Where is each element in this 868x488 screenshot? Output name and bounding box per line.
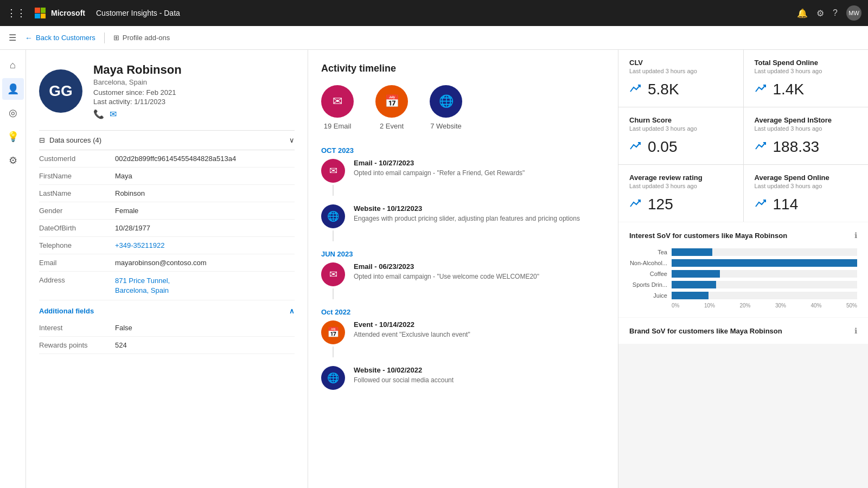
settings-icon[interactable]: ⚙ [816, 8, 824, 18]
metric-clv-updated: Last updated 3 hours ago [629, 68, 732, 74]
bar-label-coffee: Coffee [629, 271, 667, 277]
sidebar-item-home[interactable]: ⌂ [2, 54, 24, 76]
back-arrow-icon: ← [25, 34, 33, 42]
field-interest: Interest False [39, 319, 295, 337]
brand-sov-info-icon[interactable]: ℹ [854, 326, 857, 335]
metric-clv-label: CLV [629, 59, 732, 67]
timeline-month-oct2023: OCT 2023 [321, 146, 605, 155]
sidebar-item-segments[interactable]: ◎ [2, 102, 24, 124]
back-to-customers-button[interactable]: ← Back to Customers [25, 34, 95, 42]
metric-tso-value: 1.4K [773, 81, 805, 98]
phone-icon[interactable]: 📞 [93, 109, 104, 119]
interest-sov-chart: Tea Non-Alcohol... Coffee [629, 248, 857, 309]
avatar[interactable]: MW [846, 5, 861, 21]
app-title: Customer Insights - Data [96, 9, 180, 17]
data-sources-db-icon: ⊟ [39, 136, 45, 144]
chart-axis: 0% 10% 20% 30% 40% 50% [629, 303, 857, 309]
profile-avatar: GG [39, 69, 82, 113]
bar-fill-sportsdrin [672, 281, 716, 288]
additional-fields-header[interactable]: Additional fields ∧ [39, 300, 295, 319]
trend-up-icon [755, 198, 768, 211]
metric-tso-label: Total Spend Online [755, 59, 858, 67]
profile-addons-label: Profile add-ons [123, 34, 170, 42]
bar-row-tea: Tea [629, 248, 857, 256]
middle-panel: Activity timeline ✉ 19 Email 📅 2 Event 🌐… [308, 50, 618, 488]
sidebar-item-customers[interactable]: 👤 [2, 78, 24, 100]
profile-addons-icon: ⊞ [113, 34, 119, 42]
sidebar-item-insights[interactable]: 💡 [2, 126, 24, 147]
activity-summary-row: ✉ 19 Email 📅 2 Event 🌐 7 Website [321, 85, 605, 130]
trend-up-icon [629, 83, 642, 97]
metric-ar-value: 125 [648, 196, 673, 213]
activity-email-summary: ✉ 19 Email [321, 85, 354, 130]
sub-nav: ☰ ← Back to Customers ⊞ Profile add-ons [0, 26, 868, 50]
metric-cs-label: Churn Score [629, 116, 732, 124]
sidebar-item-settings[interactable]: ⚙ [2, 150, 24, 171]
email-circle-icon: ✉ [321, 85, 354, 118]
ms-logo-text: Microsoft [51, 9, 85, 17]
bar-row-sportsdrin: Sports Drin... [629, 281, 857, 288]
trend-up-icon [755, 83, 768, 97]
trend-up-icon [629, 140, 642, 154]
activity-website-summary: 🌐 7 Website [430, 85, 462, 130]
metric-avg-review: Average review rating Last updated 3 hou… [618, 165, 743, 222]
event-content: Event - 10/14/2022 Attended event "Exclu… [354, 320, 470, 339]
data-sources-chevron-icon: ∨ [289, 136, 295, 144]
event-dot-icon: 📅 [321, 320, 345, 344]
field-dob: DateOfBirth 10/28/1977 [39, 220, 295, 237]
profile-activity: Last activity: 1/11/2023 [93, 98, 182, 106]
additional-fields-chevron-icon: ∧ [289, 307, 295, 315]
top-nav: ⋮⋮ Microsoft Customer Insights - Data 🔔 … [0, 0, 868, 26]
additional-fields: Interest False Rewards points 524 [39, 319, 295, 354]
data-sources-label: Data sources (4) [49, 136, 101, 144]
metric-ar-label: Average review rating [629, 174, 732, 182]
metric-churn-score: Churn Score Last updated 3 hours ago 0.0… [618, 107, 743, 164]
interest-sov-info-icon[interactable]: ℹ [854, 231, 857, 240]
metric-avg-spend-instore: Average Spend InStore Last updated 3 hou… [744, 107, 869, 164]
email-count: 19 Email [324, 122, 352, 130]
interest-sov-section: Interest SoV for customers like Maya Rob… [618, 222, 868, 317]
profile-name: Maya Robinson [93, 63, 182, 77]
email-dot-icon: ✉ [321, 262, 345, 286]
metric-aso-label: Average Spend Online [755, 174, 858, 182]
field-firstname: FirstName Maya [39, 168, 295, 185]
bar-fill-coffee [672, 270, 720, 278]
bar-fill-tea [672, 248, 712, 256]
website-count: 7 Website [430, 122, 462, 130]
help-icon[interactable]: ? [833, 8, 838, 18]
timeline-item: 🌐 Website - 10/02/2022 Followed our soci… [321, 366, 605, 390]
data-sources-header[interactable]: ⊟ Data sources (4) ∨ [39, 130, 295, 150]
activity-event-summary: 📅 2 Event [375, 85, 408, 130]
timeline-item: 🌐 Website - 10/12/2023 Engages with prod… [321, 204, 605, 241]
brand-sov-section: Brand SoV for customers like Maya Robins… [618, 318, 868, 344]
profile-addons-button[interactable]: ⊞ Profile add-ons [113, 34, 170, 42]
metric-asi-label: Average Spend InStore [755, 116, 858, 124]
trend-up-icon [755, 140, 768, 154]
event-content: Email - 10/27/2023 Opted into email camp… [354, 159, 525, 178]
notification-icon[interactable]: 🔔 [797, 8, 808, 18]
field-email: Email mayarobinson@contoso.com [39, 254, 295, 272]
nav-divider [104, 33, 105, 43]
bar-label-nonalcohol: Non-Alcohol... [629, 260, 667, 266]
right-panel: CLV Last updated 3 hours ago 5.8K Total … [618, 50, 868, 488]
sidebar: ⌂ 👤 ◎ 💡 ⚙ [0, 50, 26, 488]
metric-clv: CLV Last updated 3 hours ago 5.8K [618, 50, 743, 107]
hamburger-icon[interactable]: ☰ [9, 33, 16, 43]
metric-asi-updated: Last updated 3 hours ago [755, 125, 858, 132]
waffle-icon[interactable]: ⋮⋮ [7, 7, 26, 19]
bar-row-juice: Juice [629, 292, 857, 299]
metric-total-spend-online: Total Spend Online Last updated 3 hours … [744, 50, 869, 107]
field-gender: Gender Female [39, 202, 295, 220]
bar-fill-nonalcohol [672, 259, 857, 267]
top-nav-right: 🔔 ⚙ ? MW [797, 5, 861, 21]
timeline-month-oct2022: Oct 2022 [321, 308, 605, 316]
event-circle-icon: 📅 [375, 85, 408, 118]
profile-info: Maya Robinson Barcelona, Spain Customer … [93, 63, 182, 119]
data-sources-fields: CustomerId 002d2b899ffc96145455484828a51… [39, 150, 295, 300]
metrics-grid: CLV Last updated 3 hours ago 5.8K Total … [618, 50, 868, 222]
timeline: OCT 2023 ✉ Email - 10/27/2023 Opted into… [321, 146, 605, 390]
email-icon[interactable]: ✉ [110, 109, 117, 119]
bar-label-sportsdrin: Sports Drin... [629, 281, 667, 288]
field-customerid: CustomerId 002d2b899ffc96145455484828a51… [39, 150, 295, 168]
additional-fields-label: Additional fields [39, 307, 94, 315]
